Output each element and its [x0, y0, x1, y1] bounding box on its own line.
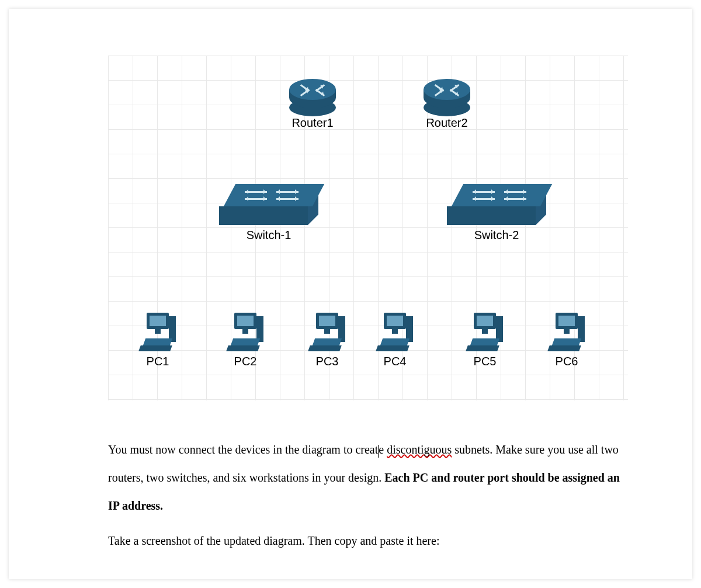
router-2-label: Router2 [424, 116, 470, 130]
pc-icon [140, 313, 176, 351]
switch-1[interactable]: Switch-1 [219, 184, 318, 242]
document-page: Router1 Router2 [9, 9, 692, 579]
pc-4-label: PC4 [377, 355, 413, 368]
router-icon [424, 79, 470, 113]
spellcheck-word[interactable]: discontiguous [387, 443, 452, 456]
router-1-label: Router1 [289, 116, 336, 130]
pc-icon [227, 313, 263, 351]
network-diagram-canvas[interactable]: Router1 Router2 [108, 56, 628, 400]
switch-2[interactable]: Switch-2 [447, 184, 546, 242]
pc-6-label: PC6 [549, 355, 585, 368]
switch-1-label: Switch-1 [219, 229, 318, 242]
router-2[interactable]: Router2 [424, 79, 470, 130]
pc-icon [309, 313, 345, 351]
pc-1[interactable]: PC1 [140, 313, 176, 368]
pc-2-label: PC2 [227, 355, 263, 368]
switch-icon [219, 184, 318, 225]
pc-icon [549, 313, 585, 351]
router-1[interactable]: Router1 [289, 79, 336, 130]
pc-icon [467, 313, 503, 351]
switch-icon [447, 184, 546, 225]
paragraph-2: Take a screenshot of the updated diagram… [108, 527, 622, 555]
pc-3[interactable]: PC3 [309, 313, 345, 368]
pc-5-label: PC5 [467, 355, 503, 368]
pc-2[interactable]: PC2 [227, 313, 263, 368]
pc-1-label: PC1 [140, 355, 176, 368]
pc-5[interactable]: PC5 [467, 313, 503, 368]
pc-icon [377, 313, 413, 351]
pc-4[interactable]: PC4 [377, 313, 413, 368]
paragraph-1: You must now connect the devices in the … [108, 435, 622, 520]
router-icon [289, 79, 336, 113]
switch-2-label: Switch-2 [447, 229, 546, 242]
instruction-text[interactable]: You must now connect the devices in the … [108, 435, 622, 555]
pc-3-label: PC3 [309, 355, 345, 368]
pc-6[interactable]: PC6 [549, 313, 585, 368]
